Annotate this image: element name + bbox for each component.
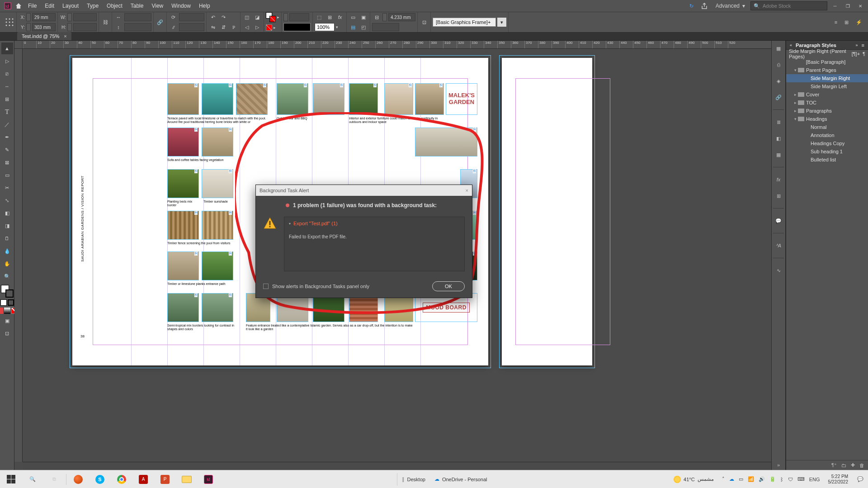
document-tab[interactable]: Test.indd @ 75% × (17, 32, 71, 40)
taskbar-search-icon[interactable]: 🔍 (22, 470, 43, 488)
menu-layout[interactable]: Layout (59, 1, 82, 11)
dialog-close-icon[interactable]: × (466, 188, 468, 193)
ruler-origin[interactable] (14, 41, 23, 49)
effects-panel-icon[interactable]: fx (774, 175, 783, 185)
corner-shape-field[interactable] (372, 23, 399, 31)
moodboard-image[interactable] (313, 83, 344, 115)
moodboard-image[interactable] (202, 169, 233, 198)
object-style-field[interactable]: [Basic Graphics Frame]+ (433, 18, 496, 27)
swatch-arrow-icon[interactable]: ▸ (277, 15, 279, 19)
style-folder-row[interactable]: ▸Cover (786, 90, 868, 99)
object-style-dd-icon[interactable]: ▾ (497, 18, 506, 27)
title-box[interactable]: MALEK'S GARDEN (446, 83, 477, 115)
scale-y-field[interactable] (124, 23, 151, 31)
stroke-weight-stepper[interactable] (283, 13, 288, 21)
style-folder-row[interactable]: ▸TOC (786, 99, 868, 107)
fill-stroke-toolbox[interactable] (1, 285, 14, 298)
dialog-titlebar[interactable]: Background Task Alert × (256, 185, 472, 196)
moodboard-image[interactable] (167, 211, 199, 240)
scissors-tool-icon[interactable]: ✂ (1, 182, 13, 194)
moodboard-image[interactable] (236, 83, 268, 115)
style-folder-row[interactable]: ▾Headings (786, 115, 868, 123)
w-stepper[interactable] (67, 13, 72, 21)
moodboard-image[interactable] (167, 251, 199, 280)
menu-file[interactable]: File (24, 1, 40, 11)
taskbar-app-skype[interactable]: S (89, 470, 111, 488)
moodboard-image[interactable] (202, 128, 233, 156)
opacity-field[interactable]: 100% (315, 23, 335, 31)
style-row[interactable]: Side Margin Left (786, 82, 868, 90)
moodboard-image[interactable] (167, 83, 199, 115)
rectangle-tool-icon[interactable]: ▭ (1, 169, 13, 181)
viewport[interactable]: SAUDI ARABIAN GARDENS / VISION REPORT 38… (23, 49, 771, 462)
corner-options-icon[interactable]: ◰ (359, 23, 368, 32)
comments-panel-icon[interactable]: 💬 (774, 216, 783, 226)
action-center-icon[interactable]: 💬 (853, 470, 868, 488)
moodboard-image[interactable] (384, 83, 413, 115)
style-row[interactable]: Headings Copy (786, 139, 868, 147)
scale-x-field[interactable] (124, 13, 151, 21)
window-restore-button[interactable]: ❐ (843, 2, 853, 9)
h-field[interactable] (73, 23, 97, 31)
rotate-ccw-icon[interactable]: ↶ (208, 13, 217, 22)
direct-selection-tool-icon[interactable]: ▷ (1, 55, 13, 67)
apply-stroke-icon[interactable] (8, 299, 14, 306)
home-icon[interactable] (14, 1, 24, 11)
x-field[interactable]: 29 mm (32, 13, 56, 21)
view-mode-icon[interactable]: ▣ (1, 315, 13, 327)
tray-meet-now-icon[interactable]: ▭ (739, 476, 743, 482)
gradient-swatch-tool-icon[interactable]: ◧ (1, 207, 13, 219)
style-folder-row[interactable]: ▸Paragraphs (786, 107, 868, 115)
pages-panel-icon[interactable]: ⎙ (774, 60, 783, 70)
error-group-row[interactable]: ▾ Export "Test.pdf" (1) (289, 221, 460, 226)
eyedropper-tool-icon[interactable]: 💧 (1, 245, 13, 257)
tray-network-icon[interactable]: 📶 (748, 476, 754, 482)
panel-menu-icon[interactable]: ≡ (862, 43, 864, 48)
screen-mode-icon[interactable]: ⊡ (1, 327, 13, 339)
taskbar-app-explorer[interactable] (176, 470, 198, 488)
select-next-icon[interactable]: ▷ (253, 23, 262, 32)
error-detail-box[interactable]: ▾ Export "Test.pdf" (1) Failed to Export… (284, 217, 465, 271)
tray-battery-icon[interactable]: 🔋 (769, 476, 776, 482)
links-panel-icon[interactable]: 🔗 (774, 92, 783, 102)
horizontal-scrollbar[interactable] (23, 462, 771, 470)
color-panel-icon[interactable]: ◧ (774, 133, 783, 143)
text-wrap-none-icon[interactable]: ▭ (349, 13, 358, 22)
style-row[interactable]: Sub heading 1 (786, 147, 868, 156)
hand-tool-icon[interactable]: ✋ (1, 258, 13, 270)
vertical-ruler[interactable] (14, 49, 23, 462)
new-style-icon[interactable]: [¶]+ (852, 51, 860, 57)
select-content-icon[interactable]: ◪ (253, 13, 262, 22)
start-button[interactable] (0, 470, 22, 488)
tray-overflow-icon[interactable]: ˄ (722, 476, 725, 482)
free-transform-tool-icon[interactable]: ⤡ (1, 194, 13, 206)
tray-onedrive-icon[interactable]: ☁ (729, 476, 734, 482)
apply-last-color-icon[interactable] (0, 308, 3, 314)
taskbar-app-powerpoint[interactable]: P (154, 470, 176, 488)
fit-content-icon[interactable]: ⊞ (325, 13, 334, 22)
text-wrap-around-icon[interactable]: ▣ (359, 13, 368, 22)
selection-tool-icon[interactable]: ▲ (1, 43, 13, 54)
window-minimize-button[interactable]: ─ (830, 2, 840, 9)
menu-help[interactable]: Help (195, 1, 214, 11)
rectangle-frame-tool-icon[interactable]: ⊠ (1, 156, 13, 168)
pencil-tool-icon[interactable]: ✎ (1, 144, 13, 156)
h-stepper[interactable] (67, 23, 72, 31)
close-tab-icon[interactable]: × (64, 33, 66, 39)
style-row[interactable]: Bulleted list (786, 156, 868, 164)
taskbar-app-acrobat[interactable]: A (132, 470, 154, 488)
tray-language[interactable]: ENG (809, 477, 820, 482)
cc-libraries-icon[interactable]: ▦ (774, 43, 783, 53)
auto-fit-icon[interactable]: ⬚ (315, 13, 324, 22)
note-tool-icon[interactable]: 🗒 (1, 232, 13, 244)
style-row[interactable]: [Basic Paragraph] (786, 58, 868, 66)
ok-button[interactable]: OK (432, 281, 465, 291)
taskbar-app-snip[interactable] (67, 470, 89, 488)
moodboard-image[interactable] (277, 83, 308, 115)
select-container-icon[interactable]: ◫ (242, 13, 251, 22)
onedrive-pill[interactable]: ☁OneDrive - Personal (430, 473, 492, 486)
moodboard-image[interactable] (415, 83, 444, 115)
moodboard-image[interactable] (202, 83, 233, 115)
gap-field[interactable]: 4.233 mm (388, 13, 415, 21)
horizontal-ruler[interactable]: 0102030405060708090100110120130140150160… (23, 41, 771, 49)
